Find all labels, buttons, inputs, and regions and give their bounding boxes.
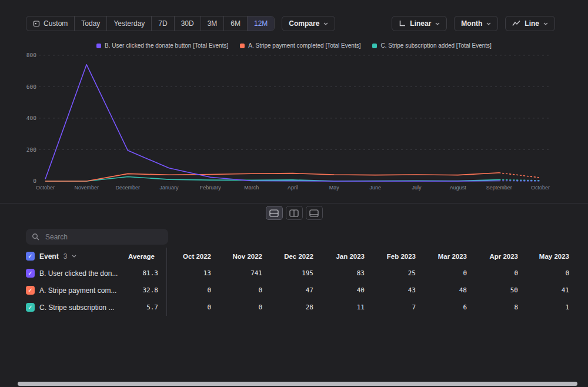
legend-swatch: [96, 44, 101, 48]
search-box: [26, 229, 168, 245]
event-count: 3: [64, 252, 68, 261]
cell-value: 7: [372, 299, 423, 316]
range-button-3m[interactable]: 3M: [201, 16, 224, 31]
interval-selector-button[interactable]: Month: [454, 16, 498, 31]
line-chart[interactable]: 0200400600800OctoberNovemberDecemberJanu…: [0, 52, 588, 199]
chevron-down-icon: [486, 22, 491, 25]
select-all-checkbox[interactable]: ✓: [26, 252, 35, 261]
chevron-down-icon: [435, 22, 440, 25]
x-axis-tick-label: April: [288, 185, 298, 191]
bottom-panel-view-button[interactable]: [306, 206, 323, 220]
chart-legend: B. User clicked the donate button [Total…: [0, 42, 588, 49]
y-axis-tick-label: 0: [33, 178, 36, 184]
range-label: Yesterday: [113, 19, 145, 28]
legend-swatch: [372, 44, 377, 48]
cell-value: 25: [372, 265, 423, 282]
range-label: 3M: [208, 19, 218, 28]
legend-item[interactable]: B. User clicked the donate button [Total…: [96, 42, 228, 49]
horizontal-scrollbar-track[interactable]: [0, 381, 588, 387]
chevron-down-icon[interactable]: [72, 255, 76, 258]
cell-value: 83: [320, 265, 372, 282]
cell-value: 0: [167, 282, 218, 299]
x-axis-tick-label: December: [116, 185, 141, 191]
range-button-6m[interactable]: 6M: [223, 16, 247, 31]
month-column-header[interactable]: Oct 2022: [167, 248, 218, 265]
cell-value: 13: [167, 265, 218, 282]
x-axis-tick-label: November: [74, 185, 99, 191]
month-column-header[interactable]: Mar 2023: [423, 248, 474, 265]
y-axis-tick-label: 400: [26, 115, 36, 121]
compare-label: Compare: [289, 19, 319, 28]
chart-type-selector-button[interactable]: Line: [505, 16, 555, 31]
split-horizontal-view-button[interactable]: [266, 206, 283, 220]
x-axis-tick-label: October: [36, 185, 55, 191]
x-axis-tick-label: June: [370, 185, 382, 191]
month-column-header[interactable]: Apr 2023: [474, 248, 525, 265]
cell-value: 43: [372, 282, 423, 299]
month-column-header[interactable]: Dec 2022: [269, 248, 320, 265]
average-value: 81.3: [129, 265, 167, 282]
range-label: 12M: [254, 19, 268, 28]
row-checkbox[interactable]: ✓: [26, 269, 35, 278]
legend-item[interactable]: C. Stripe subscription added [Total Even…: [372, 42, 491, 49]
toolbar-right: Linear Month Line: [392, 16, 555, 31]
range-button-custom[interactable]: Custom: [26, 16, 74, 31]
cell-value: 741: [218, 265, 269, 282]
cell-value: 6: [423, 299, 474, 316]
table-header-row: ✓ Event 3 Average Oct 2022Nov 2022Dec 20…: [26, 248, 588, 265]
cell-value: 11: [320, 299, 372, 316]
range-label: 6M: [230, 19, 240, 28]
range-label: 7D: [158, 19, 167, 28]
date-range-group: CustomTodayYesterday7D30D3M6M12M: [26, 16, 275, 31]
cell-value: 0: [525, 265, 576, 282]
view-toggle-group: [0, 206, 588, 220]
month-column-header[interactable]: Feb 2023: [372, 248, 423, 265]
x-axis-tick-label: March: [244, 185, 259, 191]
chart-canvas: 0200400600800OctoberNovemberDecemberJanu…: [0, 52, 588, 199]
linear-label: Linear: [410, 19, 431, 28]
date-picker-icon: [33, 20, 40, 27]
horizontal-scrollbar-thumb[interactable]: [18, 382, 577, 386]
scale-selector-button[interactable]: Linear: [392, 16, 447, 31]
range-label: Today: [81, 19, 100, 28]
legend-label: A. Stripe payment completed [Total Event…: [248, 42, 360, 49]
range-button-7d[interactable]: 7D: [151, 16, 173, 31]
x-axis-tick-label: July: [412, 185, 422, 191]
search-input[interactable]: [44, 232, 162, 242]
toolbar-left: CustomTodayYesterday7D30D3M6M12M Compare: [26, 16, 335, 31]
event-name[interactable]: C. Stripe subscription ...: [39, 303, 114, 312]
range-button-30d[interactable]: 30D: [174, 16, 201, 31]
row-checkbox[interactable]: ✓: [26, 303, 35, 312]
legend-item[interactable]: A. Stripe payment completed [Total Event…: [240, 42, 360, 49]
range-button-12m[interactable]: 12M: [247, 16, 274, 31]
x-axis-tick-label: January: [159, 185, 179, 191]
x-axis-tick-label: August: [450, 185, 467, 191]
event-column-header[interactable]: Event: [39, 252, 59, 261]
row-checkbox[interactable]: ✓: [26, 286, 35, 295]
range-label: Custom: [44, 19, 68, 28]
legend-swatch: [240, 44, 245, 48]
events-table: ✓ Event 3 Average Oct 2022Nov 2022Dec 20…: [0, 248, 588, 316]
event-name[interactable]: B. User clicked the don...: [39, 269, 118, 278]
bottom-panel-icon: [309, 209, 319, 217]
cell-value: 47: [269, 282, 320, 299]
cell-value: 0: [167, 299, 218, 316]
month-column-header[interactable]: May 2023: [525, 248, 576, 265]
range-button-yesterday[interactable]: Yesterday: [106, 16, 151, 31]
split-vertical-view-button[interactable]: [286, 206, 303, 220]
split-horizontal-icon: [269, 209, 279, 217]
linear-axis-icon: [399, 20, 406, 27]
month-column-header[interactable]: Nov 2022: [218, 248, 269, 265]
table-body: ✓B. User clicked the don...81.3137411958…: [0, 265, 588, 316]
average-column-header[interactable]: Average: [128, 253, 155, 260]
compare-button[interactable]: Compare: [282, 16, 335, 31]
series-line-forecast: [499, 180, 540, 181]
cell-value: 48: [423, 282, 474, 299]
cell-value: 1: [525, 299, 576, 316]
cell-value: 8: [474, 299, 525, 316]
range-button-today[interactable]: Today: [74, 16, 106, 31]
cell-value: 0: [218, 282, 269, 299]
event-name[interactable]: A. Stripe payment com...: [39, 286, 116, 295]
x-axis-tick-label: September: [486, 185, 512, 191]
month-column-header[interactable]: Jan 2023: [320, 248, 372, 265]
